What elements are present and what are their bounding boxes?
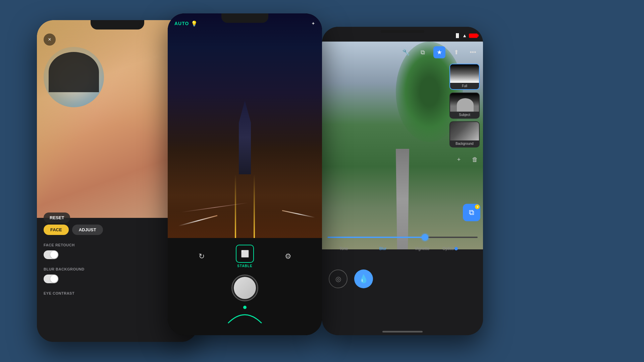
tab-optics[interactable]: Optics bbox=[442, 244, 480, 253]
mask-panel-subject[interactable]: Subject bbox=[449, 93, 480, 119]
optics-badge bbox=[454, 247, 458, 250]
mask-background-label: Background bbox=[450, 140, 479, 147]
phone-right: ▐▌ ▲ 🔧 ⧉ ★ ⬆ ••• Full bbox=[322, 27, 483, 335]
bottom-tools: ◎ 💧 bbox=[322, 269, 483, 288]
reset-label: RESET bbox=[50, 215, 64, 220]
light-streak-right bbox=[282, 210, 315, 218]
light-streak-left bbox=[178, 215, 218, 227]
mask-full-label: Full bbox=[450, 83, 479, 89]
bulb-icon: 💡 bbox=[191, 20, 198, 27]
slider-thumb[interactable] bbox=[422, 234, 428, 241]
toggle-knob-2 bbox=[50, 275, 58, 283]
mask-panel-background[interactable]: Background bbox=[449, 121, 480, 147]
light-streak-mid bbox=[181, 202, 248, 213]
mask-thumb-subject bbox=[450, 93, 479, 112]
svg-point-0 bbox=[243, 306, 247, 309]
notch bbox=[91, 20, 144, 29]
mask-thumb-subject-visual bbox=[450, 93, 479, 112]
mask-panels: Full Subject Background bbox=[449, 64, 483, 147]
stable-frame: ⬜ bbox=[236, 245, 254, 263]
scene: × EXP RESET ↩ FACE ADJUST bbox=[0, 0, 644, 362]
tab-vignette[interactable]: Vignette bbox=[403, 244, 441, 253]
refresh-icon[interactable]: ↻ bbox=[195, 250, 208, 263]
right-toolbar: 🔧 ⧉ ★ ⬆ ••• bbox=[322, 44, 483, 60]
right-screen: ▐▌ ▲ 🔧 ⧉ ★ ⬆ ••• Full bbox=[322, 27, 483, 335]
slider-area bbox=[322, 237, 483, 238]
wifi-icon: ▲ bbox=[462, 33, 467, 38]
share-icon[interactable]: ⬆ bbox=[450, 46, 462, 58]
blur-bg-toggle[interactable] bbox=[44, 275, 58, 283]
layers-fab-icon: ⧉ bbox=[469, 208, 474, 217]
arc-area bbox=[168, 301, 322, 328]
stable-button[interactable]: ⬜ STABLE bbox=[236, 245, 254, 268]
close-icon: × bbox=[48, 37, 51, 43]
auto-label: AUTO bbox=[174, 21, 189, 26]
layers-icon[interactable]: ⧉ bbox=[417, 46, 429, 58]
mask-thumb-full-visual bbox=[450, 64, 479, 83]
road-line-left bbox=[235, 174, 236, 241]
shutter-inner bbox=[234, 277, 256, 299]
tab-adjust[interactable]: ADJUST bbox=[72, 225, 103, 235]
center-bottom-controls: ↻ ⬜ STABLE ⚙ bbox=[168, 238, 322, 335]
mask-thumb-bg-visual bbox=[450, 122, 479, 140]
mask-thumb-bg bbox=[450, 122, 479, 140]
close-button[interactable]: × bbox=[44, 34, 56, 46]
arc-svg bbox=[225, 305, 265, 325]
right-tabs: Tone Blur Vignette Optics bbox=[322, 244, 483, 253]
layers-fab[interactable]: ⧉ ★ bbox=[463, 204, 480, 221]
phone-center: AUTO 💡 ✦ ↻ ⬜ STABLE ⚙ bbox=[168, 13, 322, 335]
radial-tool-button[interactable]: ◎ bbox=[329, 269, 347, 288]
signal-icon: ▐▌ bbox=[454, 33, 460, 38]
optics-label: Optics bbox=[442, 246, 454, 251]
adjust-tab-label: ADJUST bbox=[79, 227, 96, 232]
center-notch bbox=[221, 13, 268, 23]
more-icon[interactable]: ••• bbox=[467, 46, 479, 58]
mask-actions: + 🗑 bbox=[453, 154, 480, 165]
delete-mask-button[interactable]: 🗑 bbox=[470, 154, 480, 165]
shutter-button[interactable] bbox=[231, 275, 258, 301]
building-silhouette bbox=[235, 101, 255, 174]
home-indicator bbox=[382, 331, 423, 333]
face-tab-label: FACE bbox=[50, 227, 62, 232]
slider-fill bbox=[327, 237, 425, 238]
mask-panel-full[interactable]: Full bbox=[449, 64, 480, 90]
mask-subject-label: Subject bbox=[450, 112, 479, 118]
mask-thumb-full bbox=[450, 64, 479, 83]
city-photo bbox=[168, 13, 322, 241]
face-retouch-toggle[interactable] bbox=[44, 250, 58, 259]
toggle-knob bbox=[50, 251, 58, 258]
right-notch bbox=[381, 30, 424, 33]
tab-face[interactable]: FACE bbox=[44, 225, 69, 235]
blur-slider-track bbox=[327, 237, 478, 238]
settings-icon[interactable]: ⚙ bbox=[281, 250, 295, 263]
tab-blur[interactable]: Blur bbox=[364, 244, 402, 253]
road-line-right bbox=[254, 174, 255, 241]
brightness-icon: ✦ bbox=[311, 21, 315, 26]
tab-tone[interactable]: Tone bbox=[325, 244, 363, 253]
center-screen: AUTO 💡 ✦ ↻ ⬜ STABLE ⚙ bbox=[168, 13, 322, 335]
drop-tool-button[interactable]: 💧 bbox=[354, 269, 373, 288]
star-icon[interactable]: ★ bbox=[433, 46, 445, 58]
wrench-icon[interactable]: 🔧 bbox=[400, 46, 412, 58]
stable-label: STABLE bbox=[237, 264, 252, 268]
reset-button[interactable]: RESET bbox=[44, 213, 70, 223]
park-path bbox=[389, 149, 416, 249]
camera-controls: ↻ ⬜ STABLE ⚙ bbox=[168, 245, 322, 268]
battery-icon bbox=[469, 34, 478, 38]
add-mask-button[interactable]: + bbox=[453, 154, 464, 165]
shutter-area bbox=[231, 275, 258, 301]
layers-fab-star: ★ bbox=[475, 204, 480, 209]
